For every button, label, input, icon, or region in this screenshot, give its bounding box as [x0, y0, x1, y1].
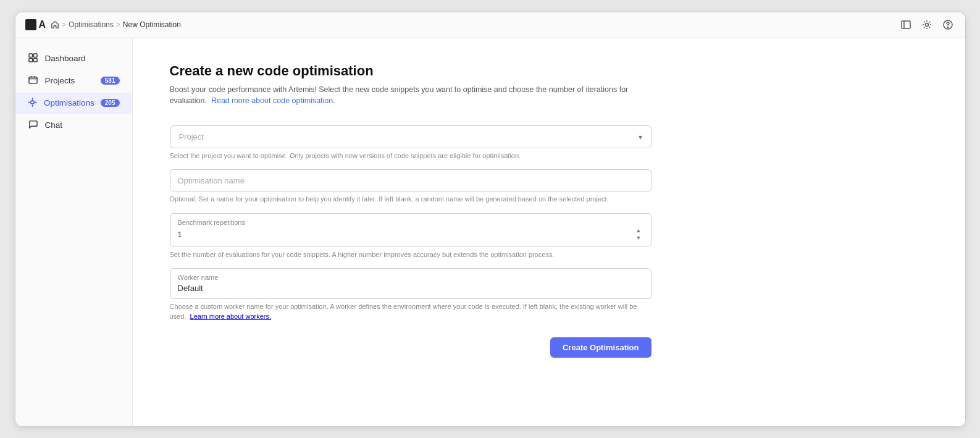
worker-form-group: Worker name Choose a custom worker name …	[170, 268, 651, 321]
benchmark-form-group: Benchmark repetitions ▲ ▼ Set the number…	[170, 213, 651, 259]
sidebar: Dashboard Projects 581	[15, 38, 133, 426]
breadcrumb-sep-1: >	[62, 20, 66, 29]
optimisations-label: Optimisations	[44, 98, 94, 107]
svg-rect-7	[29, 58, 33, 62]
svg-rect-8	[33, 58, 37, 62]
logo-square-icon	[25, 19, 36, 30]
titlebar: A > Optimisations > New Optimisation	[15, 12, 965, 38]
benchmark-spinner-controls: ▲ ▼	[634, 227, 643, 242]
benchmark-spinner-row: ▲ ▼	[178, 227, 643, 242]
dashboard-label: Dashboard	[45, 54, 120, 63]
optimisation-name-form-group: Optional. Set a name for your optimisati…	[170, 169, 651, 204]
project-dropdown-arrow: ▾	[639, 133, 642, 141]
main-content: Create a new code optimisation Boost you…	[133, 38, 965, 426]
svg-point-10	[31, 100, 35, 104]
form-actions: Create Optimisation	[170, 330, 651, 358]
create-optimisation-button[interactable]: Create Optimisation	[550, 337, 651, 358]
svg-rect-0	[902, 21, 910, 28]
chat-icon	[28, 120, 39, 131]
logo-a-icon: A	[39, 19, 46, 30]
projects-label: Projects	[45, 76, 94, 85]
home-icon[interactable]	[51, 20, 59, 29]
optimisation-name-helper: Optional. Set a name for your optimisati…	[170, 195, 651, 204]
benchmark-helper: Set the number of evaluations for your c…	[170, 250, 651, 259]
svg-rect-9	[29, 77, 37, 83]
sidebar-item-projects[interactable]: Projects 581	[15, 70, 132, 91]
settings-button[interactable]	[919, 17, 934, 32]
svg-point-2	[925, 23, 928, 27]
svg-point-4	[947, 27, 948, 28]
learn-more-workers-link[interactable]: Learn more about workers.	[190, 313, 271, 320]
dashboard-icon	[28, 53, 39, 64]
titlebar-right	[898, 17, 955, 32]
sidebar-item-optimisations[interactable]: Optimisations 205	[15, 93, 132, 114]
app-body: Dashboard Projects 581	[15, 38, 965, 426]
benchmark-field-wrapper: Benchmark repetitions ▲ ▼	[170, 213, 651, 247]
benchmark-label: Benchmark repetitions	[178, 219, 643, 226]
optimisations-icon	[28, 98, 38, 109]
breadcrumb: > Optimisations > New Optimisation	[51, 20, 181, 29]
benchmark-increment-button[interactable]: ▲	[634, 227, 643, 234]
project-dropdown[interactable]: Project ▾	[170, 125, 651, 148]
svg-rect-6	[33, 53, 37, 57]
worker-field-wrapper: Worker name	[170, 268, 651, 299]
sidebar-item-dashboard[interactable]: Dashboard	[15, 48, 132, 69]
sidebar-item-chat[interactable]: Chat	[15, 115, 132, 136]
logo: A	[25, 19, 46, 30]
read-more-link[interactable]: Read more about code optimisation.	[211, 96, 335, 105]
project-placeholder: Project	[179, 132, 204, 141]
projects-badge: 581	[101, 77, 120, 85]
benchmark-input[interactable]	[178, 230, 634, 239]
svg-rect-5	[29, 53, 33, 57]
app-window: A > Optimisations > New Optimisation	[15, 12, 966, 427]
project-helper-text: Select the project you want to optimise.…	[170, 151, 651, 161]
optimisation-name-input[interactable]	[178, 176, 643, 185]
breadcrumb-current: New Optimisation	[123, 20, 181, 29]
optimisation-name-field-wrapper	[170, 169, 651, 192]
titlebar-left: A > Optimisations > New Optimisation	[25, 19, 892, 30]
breadcrumb-sep-2: >	[116, 20, 120, 29]
benchmark-decrement-button[interactable]: ▼	[634, 235, 643, 242]
worker-name-input[interactable]	[178, 284, 643, 293]
worker-helper: Choose a custom worker name for your opt…	[170, 302, 651, 321]
worker-label: Worker name	[178, 274, 643, 281]
help-button[interactable]	[940, 17, 955, 32]
form-section: Project ▾ Select the project you want to…	[170, 125, 651, 358]
projects-icon	[28, 75, 39, 86]
page-title: Create a new code optimisation	[170, 63, 928, 79]
optimisations-badge: 205	[101, 99, 120, 107]
sidebar-toggle-button[interactable]	[898, 17, 913, 32]
chat-label: Chat	[45, 120, 120, 130]
page-description: Boost your code performance with Artemis…	[170, 84, 651, 107]
breadcrumb-optimisations[interactable]: Optimisations	[69, 20, 114, 29]
project-form-group: Project ▾ Select the project you want to…	[170, 125, 651, 161]
